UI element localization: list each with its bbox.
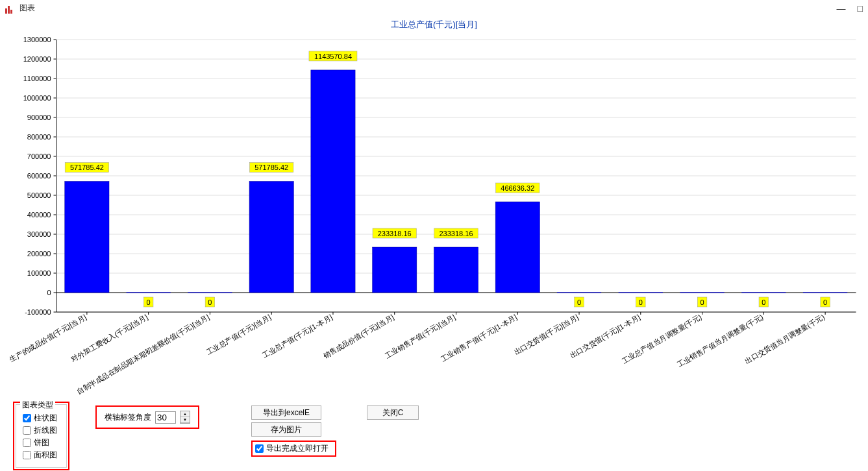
svg-text:0: 0 xyxy=(147,298,151,306)
svg-rect-57 xyxy=(249,181,293,293)
angle-spinner: ▲ ▼ xyxy=(180,411,190,424)
save-image-button[interactable]: 存为图片 xyxy=(251,422,321,437)
svg-text:0: 0 xyxy=(47,289,51,296)
svg-text:300000: 300000 xyxy=(27,230,51,238)
svg-text:1100000: 1100000 xyxy=(23,75,51,82)
title-bar: 图表 — □ xyxy=(0,0,868,16)
svg-text:600000: 600000 xyxy=(27,172,51,180)
xaxis-angle-group: 横轴标签角度 ▲ ▼ xyxy=(95,405,199,429)
svg-text:1200000: 1200000 xyxy=(23,55,51,63)
open-after-export-check-input[interactable] xyxy=(255,444,264,453)
minimize-button[interactable]: — xyxy=(837,3,846,14)
svg-rect-63 xyxy=(373,247,417,293)
svg-rect-60 xyxy=(311,70,355,293)
svg-rect-66 xyxy=(434,247,478,293)
svg-text:466636.32: 466636.32 xyxy=(501,184,534,192)
svg-text:571785.42: 571785.42 xyxy=(70,163,104,171)
chart-type-group: 图表类型 柱状图 折线图 饼图 面积图 xyxy=(13,402,69,470)
pie-chart-check-input[interactable] xyxy=(23,439,31,447)
bar-chart-label: 柱状图 xyxy=(34,413,57,424)
svg-text:自制半成品在制品期末期初差额价值(千元)[当月]: 自制半成品在制品期末期初差额价值(千元)[当月] xyxy=(75,313,210,395)
window-controls: — □ xyxy=(837,3,863,14)
svg-text:工业总产值(千元)[当月]: 工业总产值(千元)[当月] xyxy=(205,313,272,356)
svg-text:200000: 200000 xyxy=(27,250,51,258)
area-chart-label: 面积图 xyxy=(34,450,57,461)
open-after-export-checkbox[interactable]: 导出完成立即打开 xyxy=(251,441,336,457)
export-excel-button[interactable]: 导出到excelE xyxy=(251,405,321,420)
window-title: 图表 xyxy=(19,3,35,14)
svg-rect-69 xyxy=(495,202,539,293)
angle-spinner-down[interactable]: ▼ xyxy=(180,417,190,423)
xaxis-angle-label: 横轴标签角度 xyxy=(105,412,151,423)
svg-text:100000: 100000 xyxy=(27,269,51,277)
svg-text:571785.42: 571785.42 xyxy=(254,163,288,171)
svg-text:出口交货值(千元)[当月]: 出口交货值(千元)[当月] xyxy=(513,313,580,356)
svg-text:700000: 700000 xyxy=(27,152,51,160)
svg-text:1300000: 1300000 xyxy=(23,36,51,43)
svg-text:0: 0 xyxy=(577,298,581,306)
area-chart-check-input[interactable] xyxy=(23,451,31,459)
chart-svg: -100000010000020000030000040000050000060… xyxy=(4,33,864,396)
svg-text:500000: 500000 xyxy=(27,191,51,199)
close-button[interactable]: 关闭C xyxy=(367,405,419,420)
svg-text:0: 0 xyxy=(639,298,643,306)
chart-type-legend: 图表类型 xyxy=(20,400,55,411)
svg-text:0: 0 xyxy=(208,298,212,306)
plot-area: -100000010000020000030000040000050000060… xyxy=(4,33,864,396)
open-after-export-label: 导出完成立即打开 xyxy=(266,443,329,454)
chart-app-icon xyxy=(5,3,16,14)
svg-text:233318.16: 233318.16 xyxy=(378,230,412,237)
action-buttons: 导出到excelE 关闭C 存为图片 导出完成立即打开 xyxy=(251,405,419,458)
svg-text:800000: 800000 xyxy=(27,133,51,141)
area-chart-checkbox[interactable]: 面积图 xyxy=(23,450,57,461)
xaxis-angle-input[interactable] xyxy=(155,411,176,424)
line-chart-check-input[interactable] xyxy=(23,426,31,435)
svg-text:900000: 900000 xyxy=(27,114,51,121)
chart-title: 工业总产值(千元)[当月] xyxy=(4,19,864,30)
line-chart-checkbox[interactable]: 折线图 xyxy=(23,425,57,436)
angle-spinner-up[interactable]: ▲ xyxy=(180,411,190,417)
svg-text:233318.16: 233318.16 xyxy=(440,230,473,237)
svg-text:0: 0 xyxy=(823,298,827,306)
bar-chart-check-input[interactable] xyxy=(23,414,31,422)
controls-area: 图表类型 柱状图 折线图 饼图 面积图 横轴标签角度 ▲ ▼ xyxy=(0,396,868,471)
svg-text:1143570.84: 1143570.84 xyxy=(314,53,352,60)
chart-container: 工业总产值(千元)[当月] -1000000100000200000300000… xyxy=(0,16,868,396)
line-chart-label: 折线图 xyxy=(34,425,57,436)
pie-chart-label: 饼图 xyxy=(34,437,49,448)
svg-text:-100000: -100000 xyxy=(25,308,51,316)
svg-text:1000000: 1000000 xyxy=(23,94,51,102)
svg-text:400000: 400000 xyxy=(27,211,51,219)
svg-text:0: 0 xyxy=(762,298,765,306)
svg-rect-48 xyxy=(65,181,109,293)
svg-text:0: 0 xyxy=(701,298,704,306)
maximize-button[interactable]: □ xyxy=(858,3,863,14)
pie-chart-checkbox[interactable]: 饼图 xyxy=(23,437,57,448)
bar-chart-checkbox[interactable]: 柱状图 xyxy=(23,413,57,424)
